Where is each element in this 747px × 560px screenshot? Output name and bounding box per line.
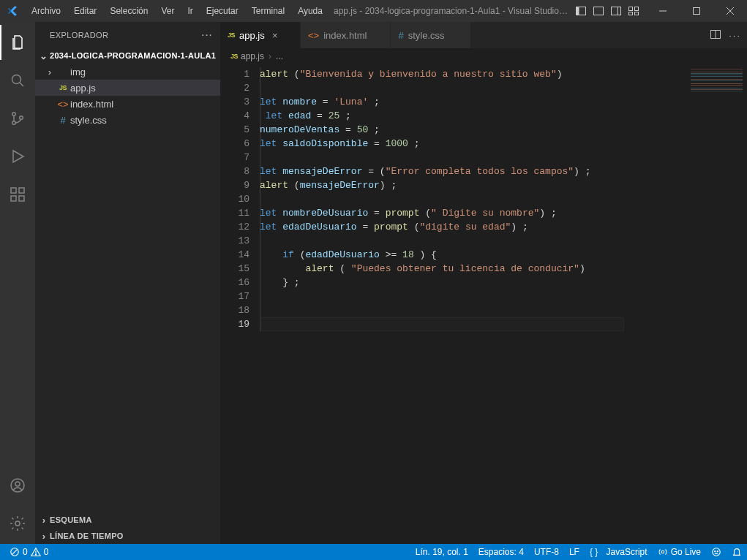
status-language-mode[interactable]: { } JavaScript — [585, 544, 653, 560]
chevron-right-icon: › — [38, 531, 50, 542]
code-line: let saldoDisponible = 1000 ; — [260, 137, 686, 151]
code-line — [260, 303, 686, 317]
code-line: alert (mensajeDeError) ; — [260, 178, 686, 192]
svg-rect-7 — [635, 7, 639, 11]
outline-section[interactable]: › ESQUEMA — [35, 512, 220, 528]
activity-bar — [0, 22, 35, 544]
tab-bar: JSapp.js×<>index.html×#style.css× ··· — [220, 22, 747, 48]
js-file-icon: JS — [230, 53, 238, 60]
menu-ver[interactable]: Ver — [154, 1, 181, 20]
code-line — [260, 81, 686, 95]
css-file-icon: # — [398, 30, 403, 41]
explorer-more-icon[interactable]: ··· — [202, 31, 213, 39]
code-line: alert ("Bienvenida y bienvenido a nuestr… — [260, 67, 686, 81]
menu-archivo[interactable]: Archivo — [25, 1, 67, 20]
status-go-live[interactable]: Go Live — [653, 544, 706, 560]
file-tree-item[interactable]: JSapp.js — [35, 80, 220, 96]
html-file-icon: <> — [56, 99, 70, 110]
file-tree-item[interactable]: ›img — [35, 64, 220, 80]
chevron-right-icon: › — [44, 67, 56, 77]
editor-tab[interactable]: <>index.html× — [301, 22, 391, 48]
status-cursor-position[interactable]: Lín. 19, col. 1 — [410, 544, 473, 560]
close-tab-icon[interactable]: × — [269, 30, 281, 41]
file-tree-item[interactable]: <>index.html — [35, 96, 220, 112]
svg-point-14 — [12, 75, 21, 84]
minimize-button[interactable] — [646, 0, 680, 22]
line-number-gutter: 12345678910111213141516171819 — [220, 64, 260, 544]
js-file-icon: JS — [228, 31, 235, 39]
svg-point-31 — [35, 554, 36, 555]
html-file-icon: <> — [308, 30, 319, 41]
svg-line-15 — [20, 83, 23, 86]
svg-rect-22 — [19, 188, 24, 193]
activity-extensions-icon[interactable] — [0, 177, 35, 212]
toggle-panel-bottom-icon[interactable] — [590, 3, 607, 19]
close-button[interactable] — [713, 0, 747, 22]
status-bar: 0 0 Lín. 19, col. 1 Espacios: 4 UTF-8 LF… — [0, 544, 747, 560]
file-tree-item-label: app.js — [70, 83, 96, 94]
minimap[interactable] — [686, 64, 747, 544]
status-encoding[interactable]: UTF-8 — [529, 544, 564, 560]
css-file-icon: # — [56, 115, 70, 126]
menubar: ArchivoEditarSelecciónVerIrEjecutarTermi… — [25, 1, 329, 20]
editor-tab[interactable]: JSapp.js× — [220, 22, 301, 48]
window-title: app.js - 2034-logica-programacion-1-Aula… — [329, 6, 573, 16]
activity-source-control-icon[interactable] — [0, 101, 35, 136]
vscode-logo-icon — [0, 5, 25, 17]
timeline-label: LÍNEA DE TIEMPO — [50, 531, 124, 540]
toggle-panel-right-icon[interactable] — [608, 3, 624, 19]
activity-run-debug-icon[interactable] — [0, 139, 35, 174]
activity-search-icon[interactable] — [0, 63, 35, 98]
status-feedback-icon[interactable] — [706, 544, 727, 560]
code-line: numeroDeVentas = 50 ; — [260, 123, 686, 137]
status-notifications-icon[interactable] — [727, 544, 747, 560]
editor-tab-label: index.html — [323, 30, 367, 41]
chevron-down-icon: ⌄ — [38, 50, 50, 61]
customize-layout-icon[interactable] — [626, 3, 642, 19]
status-eol[interactable]: LF — [564, 544, 585, 560]
outline-label: ESQUEMA — [50, 515, 92, 524]
activity-accounts-icon[interactable] — [0, 468, 35, 503]
svg-line-29 — [12, 550, 18, 555]
svg-rect-9 — [635, 12, 639, 15]
file-tree-item-label: img — [70, 67, 86, 77]
status-indentation[interactable]: Espacios: 4 — [473, 544, 529, 560]
code-editor[interactable]: alert ("Bienvenida y bienvenido a nuestr… — [260, 64, 686, 544]
editor-tab-label: style.css — [408, 30, 445, 41]
svg-point-35 — [717, 551, 718, 552]
svg-point-24 — [15, 482, 20, 486]
timeline-section[interactable]: › LÍNEA DE TIEMPO — [35, 528, 220, 544]
menu-ir[interactable]: Ir — [181, 1, 199, 20]
file-tree-item-label: style.css — [70, 115, 107, 126]
code-line: let edad = 25 ; — [260, 109, 686, 123]
menu-ejecutar[interactable]: Ejecutar — [200, 1, 245, 20]
more-actions-icon[interactable]: ··· — [729, 30, 741, 41]
svg-point-16 — [12, 113, 16, 116]
editor-tab[interactable]: #style.css× — [391, 22, 471, 48]
menu-ayuda[interactable]: Ayuda — [291, 1, 329, 20]
folder-root[interactable]: ⌄ 2034-LOGICA-PROGRAMACION-1-AULA1 — [35, 48, 220, 64]
code-line: if (edadDeUsuario >= 18 ) { — [260, 248, 686, 262]
breadcrumb-extra: ... — [276, 51, 283, 61]
svg-point-32 — [661, 550, 664, 553]
svg-point-25 — [15, 521, 20, 526]
chevron-right-icon: › — [38, 515, 50, 526]
activity-settings-icon[interactable] — [0, 506, 35, 541]
menu-terminal[interactable]: Terminal — [245, 1, 291, 20]
breadcrumb[interactable]: JS app.js › ... — [220, 48, 747, 64]
code-line — [260, 192, 686, 206]
split-editor-icon[interactable] — [710, 29, 721, 42]
toggle-panel-left-icon[interactable] — [573, 3, 589, 19]
maximize-button[interactable] — [680, 0, 713, 22]
menu-selección[interactable]: Selección — [103, 1, 154, 20]
status-problems[interactable]: 0 0 — [4, 544, 53, 560]
code-line: let edadDeUsuario = prompt ("digite su e… — [260, 220, 686, 234]
titlebar: ArchivoEditarSelecciónVerIrEjecutarTermi… — [0, 0, 747, 22]
file-tree-item[interactable]: #style.css — [35, 112, 220, 128]
menu-editar[interactable]: Editar — [67, 1, 103, 20]
js-file-icon: JS — [56, 84, 70, 91]
activity-explorer-icon[interactable] — [0, 25, 35, 60]
folder-root-label: 2034-LOGICA-PROGRAMACION-1-AULA1 — [50, 51, 216, 60]
svg-rect-8 — [629, 12, 633, 15]
svg-rect-4 — [612, 7, 621, 15]
